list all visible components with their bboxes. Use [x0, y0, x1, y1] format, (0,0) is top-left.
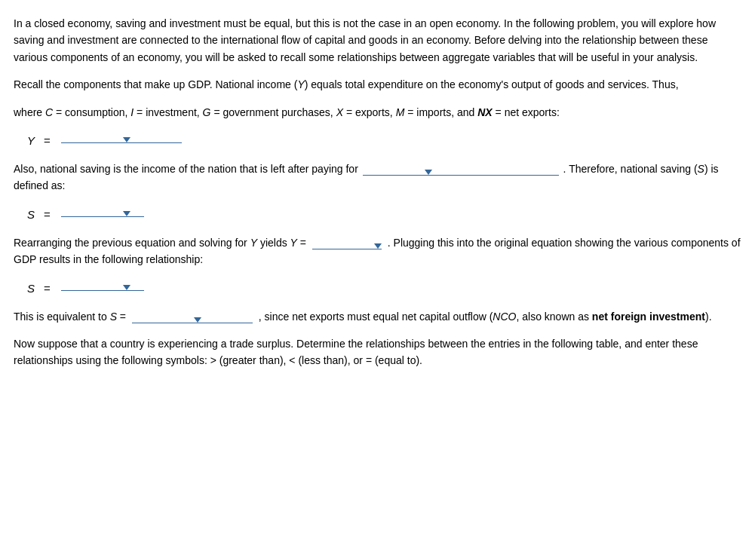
national-saving-dropdown[interactable] [363, 170, 559, 176]
eq3-equals: = [44, 282, 51, 295]
equivalent-text-2: , since net exports must equal net capit… [259, 311, 712, 323]
equivalent-text-1: This is equivalent to S = [14, 311, 126, 323]
intro-paragraph-1: In a closed economy, saving and investme… [14, 15, 741, 66]
gdp-intro-text: Recall the components that make up GDP. … [14, 78, 679, 90]
rearranging-text-1: Rearranging the previous equation and so… [14, 237, 306, 249]
eq1-equals: = [44, 134, 51, 147]
equation-1-row: Y = [27, 134, 741, 147]
eq1-dropdown-arrow [123, 137, 130, 142]
eq2-equals: = [44, 208, 51, 221]
equation-2-row: S = [27, 208, 741, 221]
eq3-dropdown[interactable] [61, 285, 144, 291]
eq1-dropdown[interactable] [61, 137, 182, 143]
intro-text-1: In a closed economy, saving and investme… [14, 17, 716, 63]
also-paragraph: Also, national saving is the income of t… [14, 161, 741, 194]
equivalent-dropdown[interactable] [132, 317, 253, 323]
trade-surplus-paragraph: Now suppose that a country is experienci… [14, 335, 741, 369]
rearranging-dropdown-arrow [374, 243, 382, 249]
equation-3-row: S = [27, 282, 741, 295]
also-text: Also, national saving is the income of t… [14, 163, 358, 175]
eq1-label: Y [27, 134, 35, 147]
rearranging-paragraph: Rearranging the previous equation and so… [14, 234, 741, 268]
Y-variable: Y [297, 78, 304, 90]
equivalent-dropdown-arrow [194, 317, 201, 323]
eq2-dropdown[interactable] [61, 211, 144, 217]
equivalent-paragraph: This is equivalent to S = , since net ex… [14, 308, 741, 325]
rearranging-dropdown[interactable] [312, 243, 382, 249]
eq3-dropdown-arrow [123, 285, 130, 290]
eq2-label: S [27, 208, 35, 221]
eq2-dropdown-arrow [123, 211, 130, 216]
eq3-label: S [27, 282, 35, 295]
trade-surplus-text: Now suppose that a country is experienci… [14, 338, 698, 366]
where-label: where C = consumption, I = investment, G… [14, 106, 560, 118]
national-saving-dropdown-arrow [425, 170, 432, 175]
intro-paragraph-2: Recall the components that make up GDP. … [14, 76, 741, 93]
where-line: where C = consumption, I = investment, G… [14, 104, 741, 121]
